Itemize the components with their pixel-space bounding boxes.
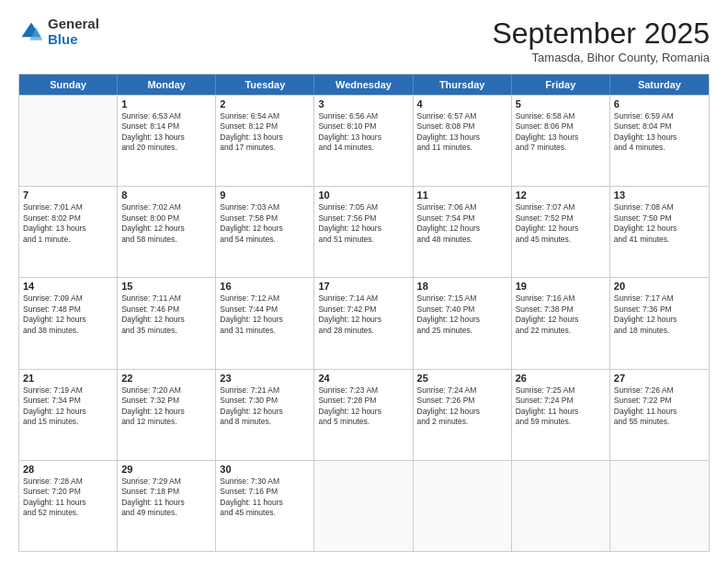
calendar-cell: 2Sunrise: 6:54 AMSunset: 8:12 PMDaylight…	[216, 96, 314, 186]
day-number: 9	[220, 190, 310, 201]
weekday-header: Saturday	[610, 75, 709, 95]
month-title: September 2025	[492, 17, 710, 51]
day-number: 13	[614, 190, 705, 201]
calendar-cell: 7Sunrise: 7:01 AMSunset: 8:02 PMDaylight…	[19, 187, 118, 277]
calendar-cell: 9Sunrise: 7:03 AMSunset: 7:58 PMDaylight…	[216, 187, 314, 277]
day-info: Sunrise: 6:59 AMSunset: 8:04 PMDaylight:…	[614, 111, 705, 154]
day-info: Sunrise: 7:09 AMSunset: 7:48 PMDaylight:…	[23, 293, 113, 336]
day-info: Sunrise: 7:02 AMSunset: 8:00 PMDaylight:…	[121, 202, 211, 245]
day-number: 19	[516, 281, 606, 292]
day-number: 2	[220, 98, 310, 109]
calendar-row: 7Sunrise: 7:01 AMSunset: 8:02 PMDaylight…	[19, 186, 709, 277]
calendar-cell: 3Sunrise: 6:56 AMSunset: 8:10 PMDaylight…	[314, 96, 413, 186]
calendar-cell: 8Sunrise: 7:02 AMSunset: 8:00 PMDaylight…	[118, 187, 216, 277]
day-info: Sunrise: 6:56 AMSunset: 8:10 PMDaylight:…	[318, 111, 408, 154]
day-number: 17	[318, 281, 408, 292]
calendar-cell: 17Sunrise: 7:14 AMSunset: 7:42 PMDayligh…	[314, 278, 413, 368]
day-info: Sunrise: 7:29 AMSunset: 7:18 PMDaylight:…	[121, 477, 211, 519]
calendar-cell: 12Sunrise: 7:07 AMSunset: 7:52 PMDayligh…	[512, 187, 610, 277]
day-info: Sunrise: 7:08 AMSunset: 7:50 PMDaylight:…	[614, 202, 705, 245]
calendar-cell	[314, 461, 413, 551]
calendar-cell: 23Sunrise: 7:21 AMSunset: 7:30 PMDayligh…	[216, 370, 314, 460]
calendar-cell: 30Sunrise: 7:30 AMSunset: 7:16 PMDayligh…	[216, 461, 314, 551]
day-info: Sunrise: 7:07 AMSunset: 7:52 PMDaylight:…	[516, 202, 606, 245]
day-info: Sunrise: 7:17 AMSunset: 7:36 PMDaylight:…	[614, 293, 705, 336]
day-number: 30	[220, 464, 310, 475]
day-number: 3	[318, 98, 408, 109]
day-info: Sunrise: 7:28 AMSunset: 7:20 PMDaylight:…	[23, 477, 113, 519]
day-number: 23	[220, 373, 310, 384]
calendar-cell: 19Sunrise: 7:16 AMSunset: 7:38 PMDayligh…	[512, 278, 610, 368]
day-number: 24	[318, 373, 408, 384]
calendar-row: 14Sunrise: 7:09 AMSunset: 7:48 PMDayligh…	[19, 277, 709, 368]
calendar-cell: 5Sunrise: 6:58 AMSunset: 8:06 PMDaylight…	[512, 96, 610, 186]
calendar-cell: 25Sunrise: 7:24 AMSunset: 7:26 PMDayligh…	[414, 370, 512, 460]
weekday-header: Tuesday	[216, 75, 314, 95]
logo-general: General	[48, 17, 99, 32]
day-number: 28	[23, 464, 113, 475]
logo: General Blue	[18, 17, 99, 47]
calendar-cell: 29Sunrise: 7:29 AMSunset: 7:18 PMDayligh…	[118, 461, 216, 551]
day-number: 16	[220, 281, 310, 292]
day-info: Sunrise: 7:21 AMSunset: 7:30 PMDaylight:…	[220, 385, 310, 428]
calendar-cell: 14Sunrise: 7:09 AMSunset: 7:48 PMDayligh…	[19, 278, 118, 368]
day-info: Sunrise: 7:15 AMSunset: 7:40 PMDaylight:…	[417, 293, 507, 336]
calendar-body: 1Sunrise: 6:53 AMSunset: 8:14 PMDaylight…	[19, 95, 709, 551]
day-number: 6	[614, 98, 705, 109]
calendar-row: 28Sunrise: 7:28 AMSunset: 7:20 PMDayligh…	[19, 460, 709, 551]
day-info: Sunrise: 7:01 AMSunset: 8:02 PMDaylight:…	[23, 202, 113, 245]
weekday-header: Friday	[512, 75, 610, 95]
day-info: Sunrise: 7:26 AMSunset: 7:22 PMDaylight:…	[614, 385, 705, 428]
day-info: Sunrise: 7:16 AMSunset: 7:38 PMDaylight:…	[516, 293, 606, 336]
calendar-cell	[414, 461, 512, 551]
calendar-cell: 27Sunrise: 7:26 AMSunset: 7:22 PMDayligh…	[610, 370, 709, 460]
day-number: 18	[417, 281, 507, 292]
day-number: 26	[516, 373, 606, 384]
logo-text: General Blue	[48, 17, 99, 47]
day-number: 8	[121, 190, 211, 201]
day-number: 29	[121, 464, 211, 475]
calendar-cell: 21Sunrise: 7:19 AMSunset: 7:34 PMDayligh…	[19, 370, 118, 460]
weekday-header: Sunday	[19, 75, 118, 95]
day-info: Sunrise: 6:57 AMSunset: 8:08 PMDaylight:…	[417, 111, 507, 154]
day-info: Sunrise: 7:30 AMSunset: 7:16 PMDaylight:…	[220, 477, 310, 519]
logo-blue: Blue	[48, 32, 99, 48]
day-number: 22	[121, 373, 211, 384]
logo-icon	[18, 19, 44, 45]
day-number: 7	[23, 190, 113, 201]
calendar-cell: 4Sunrise: 6:57 AMSunset: 8:08 PMDaylight…	[414, 96, 512, 186]
calendar-cell: 13Sunrise: 7:08 AMSunset: 7:50 PMDayligh…	[610, 187, 709, 277]
weekday-header: Wednesday	[314, 75, 413, 95]
day-number: 27	[614, 373, 705, 384]
calendar-cell: 1Sunrise: 6:53 AMSunset: 8:14 PMDaylight…	[118, 96, 216, 186]
calendar-header: SundayMondayTuesdayWednesdayThursdayFrid…	[19, 75, 709, 95]
calendar-cell	[610, 461, 709, 551]
day-number: 25	[417, 373, 507, 384]
calendar-cell: 11Sunrise: 7:06 AMSunset: 7:54 PMDayligh…	[414, 187, 512, 277]
day-info: Sunrise: 7:12 AMSunset: 7:44 PMDaylight:…	[220, 293, 310, 336]
calendar-cell: 6Sunrise: 6:59 AMSunset: 8:04 PMDaylight…	[610, 96, 709, 186]
calendar: SundayMondayTuesdayWednesdayThursdayFrid…	[18, 74, 710, 552]
day-info: Sunrise: 7:25 AMSunset: 7:24 PMDaylight:…	[516, 385, 606, 428]
calendar-cell: 24Sunrise: 7:23 AMSunset: 7:28 PMDayligh…	[314, 370, 413, 460]
day-info: Sunrise: 6:58 AMSunset: 8:06 PMDaylight:…	[516, 111, 606, 154]
day-info: Sunrise: 7:03 AMSunset: 7:58 PMDaylight:…	[220, 202, 310, 245]
calendar-cell	[512, 461, 610, 551]
calendar-row: 1Sunrise: 6:53 AMSunset: 8:14 PMDaylight…	[19, 95, 709, 186]
day-number: 11	[417, 190, 507, 201]
title-section: September 2025 Tamasda, Bihor County, Ro…	[492, 17, 710, 64]
day-info: Sunrise: 7:24 AMSunset: 7:26 PMDaylight:…	[417, 385, 507, 428]
day-info: Sunrise: 7:14 AMSunset: 7:42 PMDaylight:…	[318, 293, 408, 336]
day-number: 10	[318, 190, 408, 201]
calendar-cell: 26Sunrise: 7:25 AMSunset: 7:24 PMDayligh…	[512, 370, 610, 460]
day-number: 12	[516, 190, 606, 201]
day-info: Sunrise: 7:23 AMSunset: 7:28 PMDaylight:…	[318, 385, 408, 428]
day-number: 15	[121, 281, 211, 292]
page-header: General Blue September 2025 Tamasda, Bih…	[18, 17, 710, 64]
calendar-page: General Blue September 2025 Tamasda, Bih…	[0, 0, 728, 563]
weekday-header: Monday	[118, 75, 216, 95]
day-info: Sunrise: 7:06 AMSunset: 7:54 PMDaylight:…	[417, 202, 507, 245]
weekday-header: Thursday	[414, 75, 512, 95]
location-subtitle: Tamasda, Bihor County, Romania	[492, 51, 710, 64]
day-info: Sunrise: 7:05 AMSunset: 7:56 PMDaylight:…	[318, 202, 408, 245]
